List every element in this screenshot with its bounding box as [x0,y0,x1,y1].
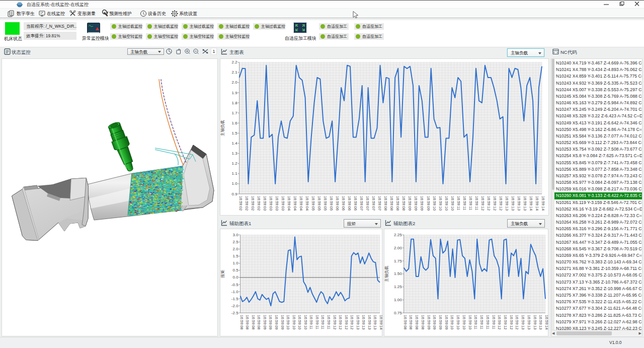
svg-text:1.75: 1.75 [394,259,402,263]
svg-text:16:59:10: 16:59:10 [286,315,290,329]
svg-text:2.2: 2.2 [231,60,237,64]
svg-text:16:59:11: 16:59:11 [315,315,319,329]
svg-text:16:59:04: 16:59:04 [287,196,291,211]
svg-text:1.25: 1.25 [394,285,402,289]
svg-text:2.25: 2.25 [394,233,402,237]
svg-text:1.50: 1.50 [394,271,402,276]
svg-text:1.6: 1.6 [231,121,237,125]
svg-text:16:59:09: 16:59:09 [414,196,418,211]
svg-text:16:59:03: 16:59:03 [275,196,279,211]
svg-text:16:59:02: 16:59:02 [245,196,249,211]
svg-text:1.2: 1.2 [231,161,237,166]
svg-text:16:59:12: 16:59:12 [338,315,343,329]
svg-text:16:59:08: 16:59:08 [257,315,261,329]
svg-text:1.4: 1.4 [231,141,237,146]
svg-text:16:59:13: 16:59:13 [505,196,509,211]
svg-text:1.8: 1.8 [231,101,237,105]
svg-text:16:59:11: 16:59:11 [320,315,325,329]
svg-text:16:59:11: 16:59:11 [492,315,496,329]
svg-text:16:59:11: 16:59:11 [474,196,479,211]
svg-text:1.5: 1.5 [231,131,237,135]
svg-text:16:59:09: 16:59:09 [426,196,431,211]
svg-text:16:59:13: 16:59:13 [517,196,521,211]
svg-text:16:59:09: 16:59:09 [263,315,267,329]
svg-text:16:59:14: 16:59:14 [379,315,382,329]
svg-text:0.0: 0.0 [232,275,238,280]
svg-text:1.00: 1.00 [394,298,402,302]
svg-text:16:59:13: 16:59:13 [361,315,366,329]
svg-text:16:59:10: 16:59:10 [450,196,455,211]
svg-text:16:59:08: 16:59:08 [383,196,388,211]
svg-text:主轴负载: 主轴负载 [220,120,225,136]
svg-text:16:59:08: 16:59:08 [403,315,408,329]
svg-text:16:59:09: 16:59:09 [444,315,449,329]
svg-text:3.0: 3.0 [232,233,238,237]
svg-text:16:59:09: 16:59:09 [280,315,285,329]
svg-text:-2.0: -2.0 [231,304,238,308]
svg-text:16:59:10: 16:59:10 [462,315,466,329]
svg-text:16:59:08: 16:59:08 [245,315,250,329]
svg-text:16:59:08: 16:59:08 [239,315,244,329]
svg-text:16:59:11: 16:59:11 [468,196,473,211]
svg-text:扭矩: 扭矩 [220,270,225,279]
svg-text:16:59:11: 16:59:11 [486,315,490,329]
svg-text:16:59:09: 16:59:09 [432,315,437,329]
svg-text:0.75: 0.75 [394,311,402,315]
svg-text:16:59:13: 16:59:13 [373,315,377,329]
svg-text:16:59:11: 16:59:11 [479,315,484,329]
svg-text:16:59:12: 16:59:12 [344,315,349,329]
svg-text:16:59:13: 16:59:13 [367,315,372,329]
svg-text:16:59:04: 16:59:04 [299,196,303,211]
svg-text:0.5: 0.5 [232,268,238,272]
svg-text:-1.0: -1.0 [231,290,238,294]
svg-text:16:59:12: 16:59:12 [333,315,337,329]
svg-text:16:59:08: 16:59:08 [389,196,394,211]
svg-text:2.00: 2.00 [394,246,402,250]
svg-text:16:59:09: 16:59:09 [438,315,443,329]
svg-text:16:59:12: 16:59:12 [509,315,514,329]
svg-text:16:59:02: 16:59:02 [238,196,243,211]
svg-text:16:59:02: 16:59:02 [251,196,255,211]
svg-text:16:59:13: 16:59:13 [538,315,543,329]
svg-text:16:59:03: 16:59:03 [281,196,285,211]
svg-text:1.0: 1.0 [232,261,238,265]
svg-text:16:59:10: 16:59:10 [432,196,437,211]
svg-text:16:59:05: 16:59:05 [311,196,315,211]
svg-text:1.9: 1.9 [231,91,237,95]
svg-text:16:59:02: 16:59:02 [257,196,261,211]
svg-text:1.0: 1.0 [231,181,237,186]
svg-text:16:59:12: 16:59:12 [493,196,497,211]
svg-text:16:59:09: 16:59:09 [268,315,273,329]
svg-text:16:59:09: 16:59:09 [427,315,431,329]
svg-text:16:59:14: 16:59:14 [541,196,545,211]
svg-text:16:59:12: 16:59:12 [350,315,354,329]
svg-text:16:59:07: 16:59:07 [359,196,364,211]
svg-text:16:59:06: 16:59:06 [341,196,346,211]
svg-text:16:59:11: 16:59:11 [462,196,467,211]
svg-text:16:59:06: 16:59:06 [347,196,352,211]
svg-text:16:59:09: 16:59:09 [408,196,412,211]
svg-text:1.5: 1.5 [232,254,238,258]
svg-text:16:59:07: 16:59:07 [371,196,376,211]
svg-text:16:59:08: 16:59:08 [421,315,425,329]
svg-text:2.5: 2.5 [232,240,238,244]
svg-text:16:59:14: 16:59:14 [529,196,533,211]
svg-text:16:59:13: 16:59:13 [356,315,360,329]
svg-text:16:59:07: 16:59:07 [365,196,370,211]
svg-text:16:59:11: 16:59:11 [309,315,313,329]
svg-text:16:59:07: 16:59:07 [377,196,382,211]
svg-text:16:59:11: 16:59:11 [473,315,478,329]
svg-text:0.9: 0.9 [231,192,237,196]
svg-text:16:59:13: 16:59:13 [527,315,531,329]
svg-text:16:59:12: 16:59:12 [480,196,485,211]
svg-text:16:59:09: 16:59:09 [274,315,279,329]
svg-text:16:59:12: 16:59:12 [487,196,491,211]
svg-text:1.1: 1.1 [231,171,237,176]
svg-text:16:59:11: 16:59:11 [456,196,461,211]
svg-text:1.3: 1.3 [231,151,237,156]
svg-text:16:59:09: 16:59:09 [420,196,424,211]
svg-text:16:59:12: 16:59:12 [515,315,519,329]
svg-text:-1.5: -1.5 [231,297,238,301]
svg-text:2.0: 2.0 [231,80,237,85]
svg-text:16:59:10: 16:59:10 [292,315,296,329]
